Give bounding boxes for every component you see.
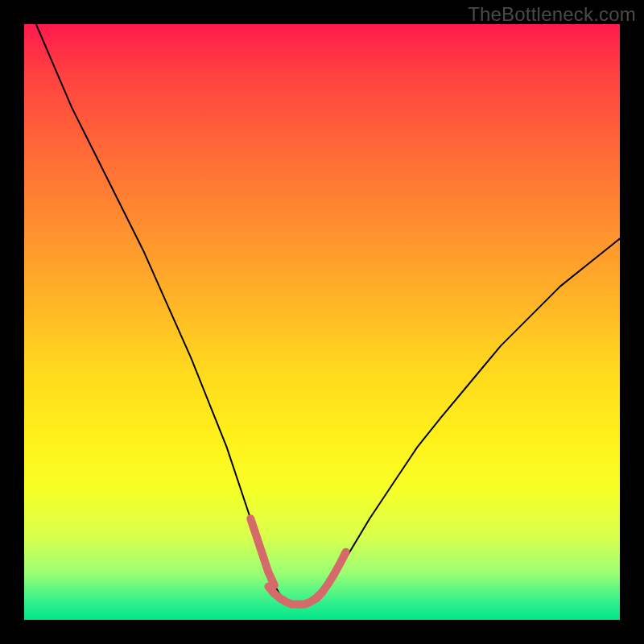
chart-frame: TheBottleneck.com [0,0,644,644]
plot-area [24,24,620,620]
bottleneck-curve [36,24,620,605]
watermark-text: TheBottleneck.com [468,3,636,26]
highlight-band-right [316,552,346,599]
highlight-band-left [250,518,275,585]
curve-svg [24,24,620,620]
